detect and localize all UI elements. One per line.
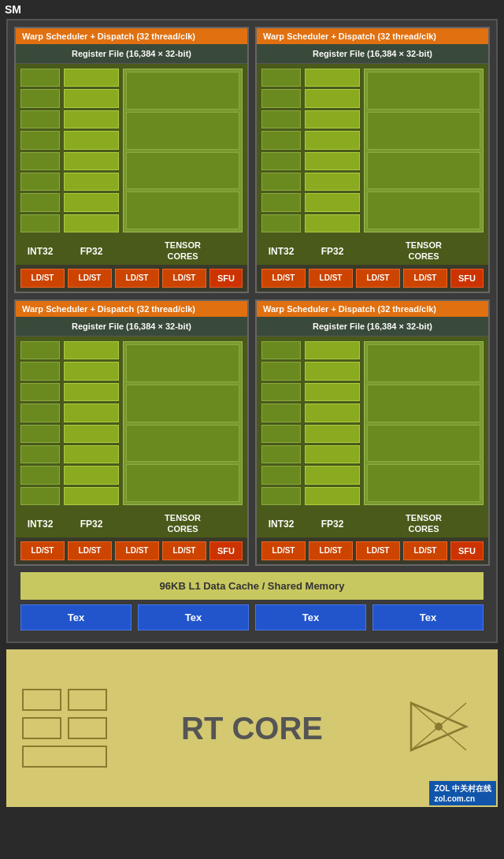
tex-button-2[interactable]: Tex bbox=[138, 604, 249, 630]
int32-cell bbox=[20, 173, 60, 191]
tensor-label-1: TENSORCORES bbox=[123, 240, 243, 261]
tensor-cell bbox=[126, 72, 239, 110]
tensor-cell bbox=[367, 112, 480, 150]
fp32-cell bbox=[305, 69, 360, 87]
warp-header-4: Warp Scheduler + Dispatch (32 thread/clk… bbox=[257, 301, 488, 317]
outer-wrapper: Warp Scheduler + Dispatch (32 thread/clk… bbox=[6, 19, 498, 643]
fp32-cell bbox=[305, 173, 360, 191]
int32-cell bbox=[20, 69, 60, 87]
fp32-col-3 bbox=[64, 341, 119, 505]
tensor-cell bbox=[367, 344, 480, 382]
compute-section-3 bbox=[16, 337, 247, 510]
int32-cell bbox=[20, 110, 60, 128]
tensor-label-2: TENSORCORES bbox=[364, 240, 484, 261]
ldst-button-1-2: LD/ST bbox=[68, 269, 112, 288]
tensor-cell bbox=[367, 425, 480, 463]
warp-header-2: Warp Scheduler + Dispatch (32 thread/clk… bbox=[257, 28, 488, 44]
rt-inner-row-1 bbox=[22, 689, 117, 711]
int32-cell bbox=[261, 425, 301, 443]
tensor-cell bbox=[367, 192, 480, 229]
int32-cell bbox=[261, 89, 301, 107]
fp32-cell bbox=[64, 487, 119, 505]
rt-core-section: RT CORE bbox=[6, 649, 498, 807]
int32-cell bbox=[261, 341, 301, 359]
warp-header-1: Warp Scheduler + Dispatch (32 thread/clk… bbox=[16, 28, 247, 44]
sm-unit-1: Warp Scheduler + Dispatch (32 thread/clk… bbox=[14, 27, 249, 293]
sm-unit-2: Warp Scheduler + Dispatch (32 thread/clk… bbox=[255, 27, 490, 293]
tensor-cell bbox=[126, 112, 239, 150]
ldst-row-3: LD/STLD/STLD/STLD/STSFU bbox=[16, 537, 247, 564]
int32-cell bbox=[261, 152, 301, 170]
int32-cell bbox=[261, 173, 301, 191]
fp32-cell bbox=[305, 89, 360, 107]
sm-unit-3: Warp Scheduler + Dispatch (32 thread/clk… bbox=[14, 299, 249, 566]
int32-cell bbox=[20, 131, 60, 149]
int32-col-1 bbox=[20, 69, 60, 232]
ldst-button-2-2: LD/ST bbox=[309, 269, 353, 288]
int32-cell bbox=[261, 466, 301, 484]
labels-row-2: INT32FP32TENSORCORES bbox=[257, 237, 488, 265]
ldst-button-1-1: LD/ST bbox=[20, 269, 65, 288]
fp32-cell bbox=[64, 110, 119, 128]
rt-inner-row-3 bbox=[22, 746, 117, 768]
int32-cell bbox=[261, 362, 301, 380]
tensor-cell bbox=[126, 464, 239, 502]
fp32-cell bbox=[305, 466, 360, 484]
rt-box-2 bbox=[68, 689, 107, 711]
ldst-row-4: LD/STLD/STLD/STLD/STSFU bbox=[257, 537, 488, 564]
int32-cell bbox=[261, 403, 301, 422]
int32-cell bbox=[261, 69, 301, 87]
tensor-cell bbox=[126, 425, 239, 463]
tex-button-1[interactable]: Tex bbox=[20, 604, 132, 630]
fp32-cell bbox=[64, 341, 119, 359]
ldst-button-3-2: LD/ST bbox=[68, 541, 112, 560]
tex-button-4[interactable]: Tex bbox=[372, 604, 484, 630]
ldst-button-3-1: LD/ST bbox=[20, 541, 65, 560]
int32-cell bbox=[20, 487, 60, 505]
int32-cell bbox=[20, 383, 60, 401]
int32-col-3 bbox=[20, 341, 60, 505]
ldst-button-4-4: LD/ST bbox=[403, 541, 447, 560]
fp32-cell bbox=[64, 152, 119, 170]
warp-header-3: Warp Scheduler + Dispatch (32 thread/clk… bbox=[16, 301, 247, 317]
fp32-cell bbox=[305, 362, 360, 380]
ldst-button-2-3: LD/ST bbox=[356, 269, 400, 288]
int32-cell bbox=[261, 193, 301, 211]
ldst-button-1-3: LD/ST bbox=[115, 269, 159, 288]
sfu-button-4: SFU bbox=[450, 541, 484, 560]
rt-box-1 bbox=[22, 689, 61, 711]
fp32-col-4 bbox=[305, 341, 360, 505]
tex-button-3[interactable]: Tex bbox=[255, 604, 366, 630]
int32-cell bbox=[20, 445, 60, 463]
fp32-cell bbox=[305, 193, 360, 211]
fp32-cell bbox=[64, 383, 119, 401]
ldst-row-1: LD/STLD/STLD/STLD/STSFU bbox=[16, 265, 247, 292]
int32-label-3: INT32 bbox=[20, 519, 60, 530]
fp32-cell bbox=[64, 425, 119, 443]
fp32-cell bbox=[64, 131, 119, 149]
tensor-cell bbox=[126, 152, 239, 190]
int32-cell bbox=[20, 466, 60, 484]
int32-cell bbox=[261, 383, 301, 401]
fp32-cell bbox=[305, 403, 360, 422]
rt-inner-boxes bbox=[22, 665, 117, 791]
compute-section-4 bbox=[257, 337, 488, 510]
int32-label-2: INT32 bbox=[261, 246, 301, 257]
labels-row-1: INT32FP32TENSORCORES bbox=[16, 237, 247, 265]
watermark: ZOL 中关村在线zol.com.cn bbox=[429, 781, 496, 805]
fp32-label-3: FP32 bbox=[64, 519, 119, 530]
register-file-4: Register File (16,384 × 32-bit) bbox=[257, 317, 488, 337]
tensor-cell bbox=[126, 344, 239, 382]
tensor-cell bbox=[367, 464, 480, 502]
fp32-cell bbox=[64, 69, 119, 87]
tensor-cell bbox=[126, 192, 239, 229]
ldst-button-4-2: LD/ST bbox=[309, 541, 353, 560]
tensor-cell bbox=[367, 385, 480, 422]
ldst-button-1-4: LD/ST bbox=[162, 269, 206, 288]
fp32-cell bbox=[305, 152, 360, 170]
fp32-cell bbox=[305, 425, 360, 443]
fp32-label-1: FP32 bbox=[64, 246, 119, 257]
register-file-2: Register File (16,384 × 32-bit) bbox=[257, 44, 488, 64]
tensor-col-1 bbox=[123, 69, 243, 232]
int32-cell bbox=[20, 152, 60, 170]
